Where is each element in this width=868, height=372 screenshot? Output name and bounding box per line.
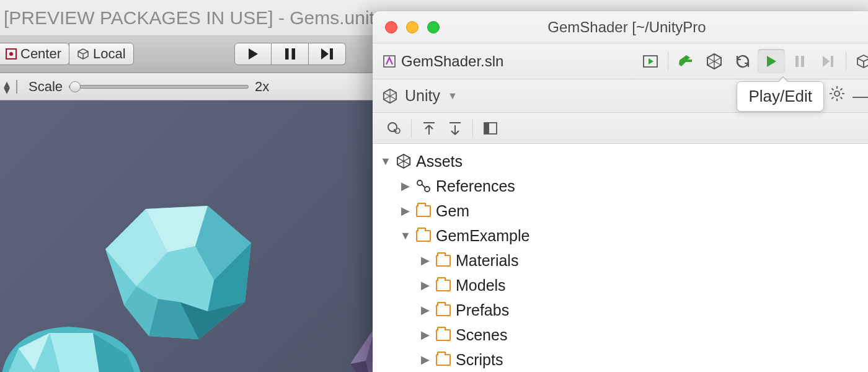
panel-layout-icon[interactable] (479, 116, 502, 141)
svg-line-42 (422, 184, 425, 188)
expand-icon[interactable]: ▴▾ (4, 81, 10, 93)
solution-dropdown[interactable]: GemShader.sln (383, 53, 503, 70)
tree-node-prefabs[interactable]: ▶ Prefabs (373, 298, 868, 322)
minimize-panel-icon[interactable]: — (852, 86, 868, 107)
rider-tree-toolbar (373, 113, 868, 144)
svg-rect-4 (330, 48, 333, 60)
unity-logo-icon (383, 89, 397, 104)
tree-node-scenes[interactable]: ▶ Scenes (373, 322, 868, 347)
twist-right-icon[interactable]: ▶ (400, 179, 411, 193)
scale-slider[interactable] (69, 85, 249, 89)
svg-point-1 (9, 52, 13, 56)
tree-gemexample-label: GemExample (436, 227, 529, 245)
sync-tree-icon[interactable] (383, 116, 405, 141)
svg-rect-23 (795, 56, 799, 67)
twist-right-icon[interactable]: ▶ (420, 303, 431, 317)
space-local-label: Local (93, 46, 126, 62)
build-hammer-icon[interactable] (672, 49, 699, 74)
svg-line-31 (832, 89, 834, 91)
minimize-window-button[interactable] (406, 21, 418, 33)
tree-node-references[interactable]: ▶ References (373, 174, 868, 198)
solution-icon (383, 55, 396, 68)
space-local-button[interactable]: Local (69, 43, 134, 65)
folder-icon (416, 230, 431, 242)
folder-icon (436, 354, 451, 366)
tree-node-scripts[interactable]: ▶ Scripts (373, 347, 868, 372)
run-target-icon[interactable] (637, 49, 664, 74)
svg-line-34 (832, 97, 834, 99)
rider-toolbar: GemShader.sln (373, 43, 868, 79)
tree-root-label: Assets (416, 153, 463, 170)
step-button[interactable] (309, 43, 346, 65)
play-edit-tooltip: Play/Edit (737, 81, 824, 112)
solution-name: GemShader.sln (401, 53, 503, 70)
tree-node-models[interactable]: ▶ Models (373, 273, 868, 298)
collapse-up-icon[interactable] (418, 116, 440, 141)
svg-rect-39 (484, 123, 489, 134)
twist-right-icon[interactable]: ▶ (420, 254, 431, 267)
svg-point-35 (388, 123, 397, 131)
tree-gem-label: Gem (436, 202, 469, 220)
solution-tree[interactable]: ▼ Assets ▶ References ▶ Gem ▼ GemExample… (373, 144, 868, 372)
twist-down-icon[interactable]: ▼ (380, 155, 391, 168)
folder-icon (436, 329, 451, 341)
expand-down-icon[interactable] (444, 116, 466, 141)
gear-icon[interactable] (829, 86, 845, 106)
pivot-center-label: Center (20, 46, 61, 62)
twist-right-icon[interactable]: ▶ (420, 278, 431, 292)
tree-prefabs-label: Prefabs (456, 301, 509, 319)
svg-rect-24 (801, 56, 804, 67)
pivot-center-button[interactable]: Center (0, 43, 69, 65)
scale-value: 2x (255, 79, 269, 95)
twist-right-icon[interactable]: ▶ (420, 328, 431, 342)
svg-rect-25 (831, 56, 833, 67)
close-window-button[interactable] (385, 21, 397, 33)
tree-root-assets[interactable]: ▼ Assets (373, 149, 868, 174)
tree-node-materials[interactable]: ▶ Materials (373, 248, 868, 273)
twist-right-icon[interactable]: ▶ (400, 204, 411, 218)
step-run-icon[interactable] (815, 49, 842, 74)
folder-icon (436, 255, 451, 267)
play-run-icon[interactable] (758, 49, 785, 74)
scale-label: Scale (29, 79, 63, 95)
tree-materials-label: Materials (456, 252, 518, 270)
zoom-window-button[interactable] (427, 21, 440, 33)
chevron-down-icon[interactable]: ▼ (448, 91, 458, 102)
svg-line-33 (841, 89, 843, 91)
tree-node-gemexample[interactable]: ▼ GemExample (373, 223, 868, 248)
svg-point-26 (835, 91, 839, 96)
svg-rect-2 (285, 48, 289, 60)
rider-titlebar[interactable]: GemShader [~/UnityPro (373, 11, 868, 43)
unity-project-icon (396, 154, 411, 169)
svg-line-32 (841, 97, 843, 99)
config-dropdown-label[interactable]: Unity (405, 87, 440, 105)
svg-rect-3 (291, 48, 295, 60)
pause-run-icon[interactable] (786, 49, 813, 74)
tree-node-gem[interactable]: ▶ Gem (373, 198, 868, 223)
tree-scripts-label: Scripts (456, 351, 503, 369)
pause-button[interactable] (272, 43, 309, 65)
attach-unity-icon[interactable] (701, 49, 728, 74)
folder-icon (436, 304, 451, 316)
references-icon (416, 179, 431, 193)
tree-references-label: References (436, 177, 515, 195)
refresh-icon[interactable] (729, 49, 756, 74)
twist-down-icon[interactable]: ▼ (400, 229, 411, 242)
tree-scenes-label: Scenes (456, 326, 507, 344)
rider-window-title: GemShader [~/UnityPro (373, 19, 868, 36)
play-button[interactable] (234, 43, 272, 65)
tree-models-label: Models (456, 277, 506, 294)
folder-icon (436, 280, 451, 291)
cube-icon[interactable] (850, 49, 868, 74)
twist-right-icon[interactable]: ▶ (420, 353, 431, 366)
folder-icon (416, 205, 431, 217)
rider-window: GemShader [~/UnityPro GemShader.sln Play… (373, 11, 868, 372)
